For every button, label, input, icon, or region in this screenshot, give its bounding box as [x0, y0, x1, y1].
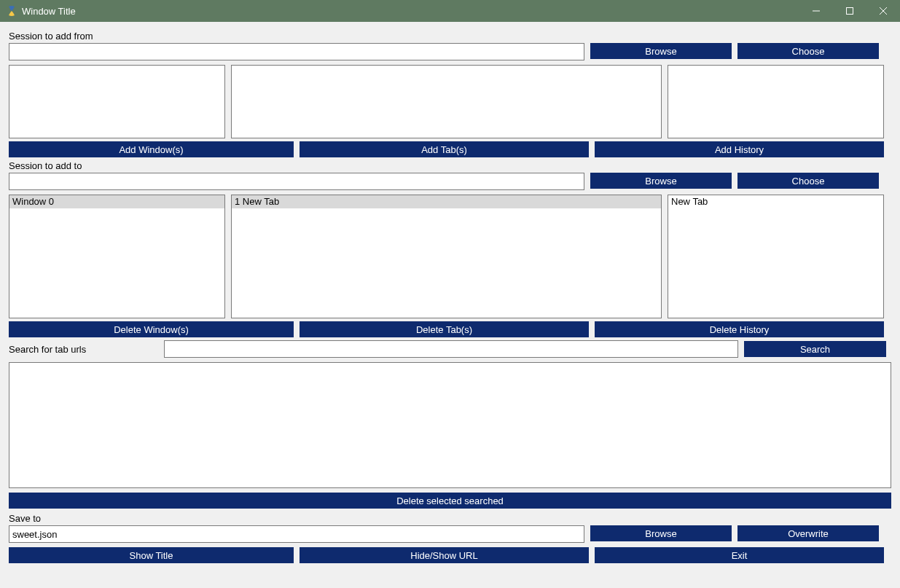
- app-icon: [6, 5, 17, 17]
- list-item[interactable]: 1 New Tab: [232, 195, 661, 208]
- to-history-list[interactable]: New Tab: [668, 195, 884, 318]
- search-button[interactable]: Search: [744, 341, 886, 357]
- delete-tabs-button[interactable]: Delete Tab(s): [300, 321, 589, 337]
- content-area: Session to add from Browse Choose Add Wi…: [0, 22, 900, 588]
- delete-selected-searched-button[interactable]: Delete selected searched: [9, 493, 891, 509]
- session-from-choose-button[interactable]: Choose: [737, 43, 879, 59]
- session-from-path-input[interactable]: [9, 43, 584, 60]
- hide-show-url-button[interactable]: Hide/Show URL: [300, 547, 589, 563]
- list-item[interactable]: Window 0: [9, 195, 224, 208]
- list-item[interactable]: New Tab: [668, 195, 883, 208]
- from-history-list[interactable]: [668, 65, 884, 138]
- titlebar: Window Title: [0, 0, 900, 22]
- show-title-button[interactable]: Show Title: [9, 547, 294, 563]
- add-windows-button[interactable]: Add Window(s): [9, 141, 294, 157]
- session-from-label: Session to add from: [9, 31, 891, 42]
- add-history-button[interactable]: Add History: [595, 141, 884, 157]
- session-to-label: Session to add to: [9, 160, 891, 171]
- session-to-choose-button[interactable]: Choose: [737, 173, 879, 189]
- to-tabs-list[interactable]: 1 New Tab: [231, 195, 662, 318]
- add-tabs-button[interactable]: Add Tab(s): [300, 141, 589, 157]
- delete-history-button[interactable]: Delete History: [595, 321, 884, 337]
- save-to-input[interactable]: [9, 525, 584, 543]
- session-from-browse-button[interactable]: Browse: [590, 43, 732, 59]
- search-input[interactable]: [164, 340, 738, 358]
- svg-rect-1: [847, 8, 853, 15]
- exit-button[interactable]: Exit: [595, 547, 884, 563]
- save-to-label: Save to: [9, 513, 891, 524]
- maximize-button[interactable]: [833, 0, 866, 22]
- minimize-button[interactable]: [799, 0, 833, 22]
- window-title: Window Title: [22, 6, 799, 17]
- overwrite-button[interactable]: Overwrite: [737, 525, 879, 541]
- search-label: Search for tab urls: [9, 344, 158, 355]
- session-to-path-input[interactable]: [9, 173, 584, 190]
- close-button[interactable]: [866, 0, 900, 22]
- window-controls: [799, 0, 900, 22]
- to-windows-list[interactable]: Window 0: [9, 195, 225, 318]
- session-to-browse-button[interactable]: Browse: [590, 173, 732, 189]
- save-browse-button[interactable]: Browse: [590, 525, 732, 541]
- from-tabs-list[interactable]: [231, 65, 662, 138]
- from-windows-list[interactable]: [9, 65, 225, 138]
- search-results-list[interactable]: [9, 362, 891, 488]
- delete-windows-button[interactable]: Delete Window(s): [9, 321, 294, 337]
